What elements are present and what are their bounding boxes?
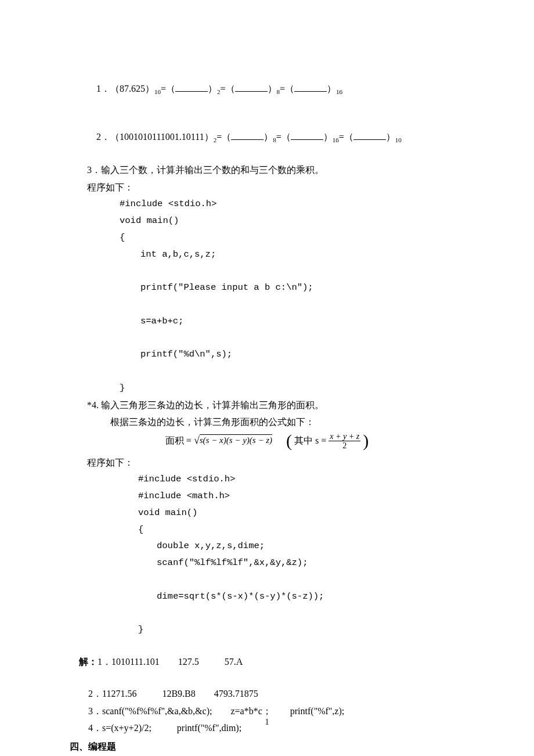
q1-close1: ） — [208, 84, 217, 93]
sec4-title: 四、编程题 — [70, 739, 447, 754]
ans-2: 2．11271.56 12B9.B8 4793.71875 — [87, 686, 447, 701]
q2-blank3 — [353, 131, 386, 139]
q1-eq1: =（ — [161, 84, 175, 93]
q2-sub16: 16 — [333, 136, 339, 143]
q1-line: 1．（87.625）10=（）2=（）8=（）16 — [87, 66, 447, 112]
q4-formula: 面积 = √s(s − x)(s − y)(s − z) ( 其中 s = x … — [87, 432, 447, 451]
q2-eq2: =（ — [276, 132, 291, 142]
q3-c4: int a,b,c,s,z; — [87, 247, 447, 262]
formula-radicand: s(s − x)(s − y)(s − z) — [200, 434, 272, 445]
formula-mid: 其中 s = — [294, 435, 326, 445]
ans-head: 解： — [79, 657, 98, 667]
q1-close2: ） — [268, 84, 277, 93]
formula-frac: x + y + z 2 — [329, 432, 360, 451]
frac-num: x + y + z — [329, 432, 360, 441]
q3-c1: #include <stdio.h> — [87, 197, 447, 211]
frac-den: 2 — [329, 441, 360, 450]
q1-sub10: 10 — [154, 88, 161, 95]
q1-blank2 — [235, 82, 268, 91]
q3-text: 3．输入三个数，计算并输出三个数的和与三个数的乘积。 — [87, 163, 447, 178]
lparen-icon: ( — [286, 432, 292, 449]
q3-c8: } — [87, 381, 447, 395]
page-number: 1 — [0, 718, 534, 727]
q4-c4: { — [87, 523, 447, 537]
q1-blank3 — [294, 82, 327, 91]
q1-eq2: =（ — [221, 84, 235, 93]
q2-blank1 — [231, 131, 264, 139]
q2-eq3: =（ — [339, 132, 353, 142]
q3-c5: printf("Please input a b c:\n"); — [87, 280, 447, 295]
q4-c7: dime=sqrt(s*(s-x)*(s-y)*(s-z)); — [87, 589, 447, 604]
q1-sub16: 16 — [336, 88, 342, 95]
q4-c6: scanf("%lf%lf%lf",&x,&y,&z); — [87, 556, 447, 570]
sqrt-icon: √ — [194, 434, 200, 446]
q4-sub: 根据三条边的边长，计算三角形面积的公式如下： — [87, 415, 447, 430]
q4-c3: void main() — [87, 506, 447, 520]
answers-block: 解：1．1010111.101 127.5 57.A — [70, 639, 447, 684]
rparen-icon: ) — [363, 432, 369, 449]
q3-prog: 程序如下： — [87, 180, 447, 195]
q4-c8: } — [87, 622, 447, 637]
q2-blank2 — [291, 131, 323, 139]
ans-1: 1．1010111.101 127.5 57.A — [98, 657, 243, 667]
q2-close2: ） — [323, 132, 333, 142]
q2-line: 2．（1001010111001.10111）2=（）8=（）16=（）10 — [87, 114, 447, 160]
q4-c2: #include <math.h> — [87, 489, 447, 503]
q1-eq3: =（ — [280, 84, 294, 93]
q4-prog: 程序如下： — [87, 455, 447, 470]
q4-c1: #include <stdio.h> — [87, 472, 447, 487]
q3-c2: void main() — [87, 214, 447, 228]
q1-blank1 — [175, 82, 208, 91]
q3-c3: { — [87, 231, 447, 245]
q2-close3: ） — [386, 132, 395, 142]
formula-left: 面积 = — [165, 435, 192, 445]
q2-prefix: 2．（1001010111001.10111） — [96, 132, 214, 142]
ans-3: 3．scanf("%f%f%f",&a,&b,&c); z=a*b*c； pri… — [87, 704, 447, 719]
q2-close1: ） — [264, 132, 273, 142]
q1-prefix: 1．（87.625） — [96, 84, 154, 93]
q2-eq1: =（ — [217, 132, 231, 142]
q3-c7: printf("%d\n",s); — [87, 347, 447, 362]
q1-close3: ） — [327, 84, 336, 93]
q4-c5: double x,y,z,s,dime; — [87, 539, 447, 553]
q4-head: *4. 输入三角形三条边的边长，计算并输出三角形的面积。 — [87, 398, 447, 413]
q3-c6: s=a+b+c; — [87, 314, 447, 329]
q2-sub10: 10 — [395, 136, 402, 143]
